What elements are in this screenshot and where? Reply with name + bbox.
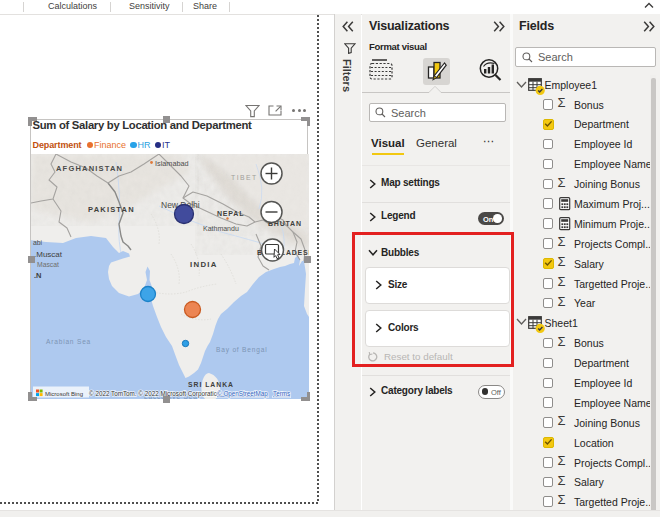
svg-text:.N: .N [34,271,42,280]
svg-text:INDIA: INDIA [190,260,218,269]
svg-text:abi: abi [33,239,43,246]
svg-text:Bay of Bengal: Bay of Bengal [216,346,267,354]
svg-text:© 2022 TomTom. © 2022 Microsof: © 2022 TomTom. © 2022 Microsoft Corporat… [89,390,223,398]
svg-text:Arabian Sea: Arabian Sea [46,338,91,345]
svg-text:Mascat: Mascat [37,261,59,268]
svg-text:NEPAL: NEPAL [217,210,244,217]
svg-text:AFGHANISTAN: AFGHANISTAN [56,164,123,173]
svg-text:PAKISTAN: PAKISTAN [88,205,135,214]
svg-text:Kathmandu: Kathmandu [203,225,239,232]
svg-text:TIBET: TIBET [231,174,258,181]
svg-text:SRI LANKA: SRI LANKA [188,381,234,388]
svg-text:Islamabad: Islamabad [155,159,189,168]
svg-text:Microsoft Bing: Microsoft Bing [45,391,83,397]
svg-text:.Muscat: .Muscat [34,250,63,259]
svg-text:Terms: Terms [273,390,290,397]
svg-text:© OpenStreetMap: © OpenStreetMap [217,390,268,398]
